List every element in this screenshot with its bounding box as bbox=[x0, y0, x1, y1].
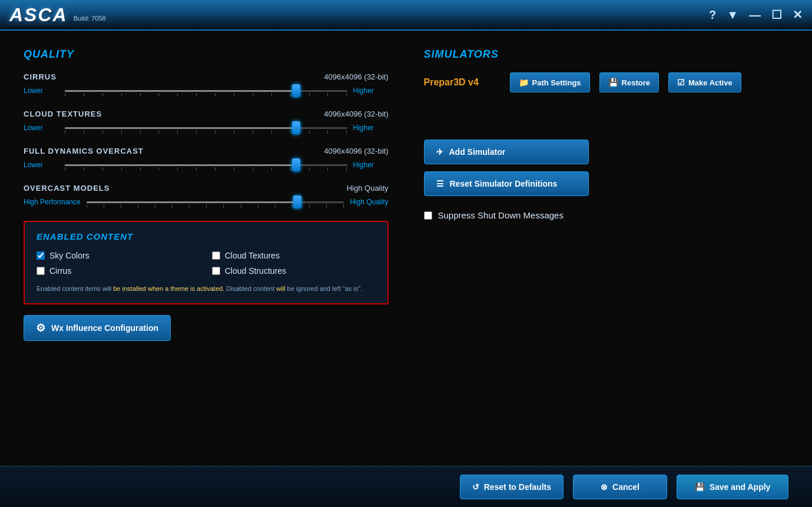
close-button[interactable]: ✕ bbox=[793, 8, 803, 22]
slider-thumb-full_dynamics[interactable] bbox=[292, 158, 300, 171]
slider-group-cirrus: CIRRUS 4096x4096 (32-bit) Lower Higher bbox=[24, 72, 389, 97]
slider-thumb-cirrus[interactable] bbox=[292, 84, 300, 97]
suppress-checkbox[interactable] bbox=[424, 211, 432, 220]
enabled-content-box: ENABLED CONTENT Sky Colors Cloud Texture… bbox=[24, 221, 389, 304]
slider-ticks-overcast_models bbox=[87, 204, 344, 208]
left-panel: QUALITY CIRRUS 4096x4096 (32-bit) Lower … bbox=[24, 48, 389, 448]
slider-label-full_dynamics: FULL DYNAMICS OVERCAST bbox=[24, 147, 144, 155]
slider-value-cloud_textures: 4096x4096 (32-bit) bbox=[324, 110, 388, 118]
slider-group-overcast_models: OVERCAST MODELS High Quality High Perfor… bbox=[24, 184, 389, 208]
wx-influence-button[interactable]: ⚙ Wx Influence Configuration bbox=[24, 315, 171, 341]
slider-thumb-overcast_models[interactable] bbox=[293, 195, 301, 208]
restore-button[interactable]: 💾 Restore bbox=[599, 72, 659, 92]
cancel-button[interactable]: ⊗ Cancel bbox=[573, 475, 667, 499]
quality-title: QUALITY bbox=[24, 48, 389, 61]
slider-container-cloud_textures[interactable] bbox=[65, 122, 347, 134]
slider-thumb-cloud_textures[interactable] bbox=[292, 121, 300, 134]
reset-defaults-button[interactable]: ↺ Reset to Defaults bbox=[460, 475, 564, 499]
path-settings-button[interactable]: 📁 Path Settings bbox=[510, 72, 590, 92]
checkbox-item-cirrus_cb: Cirrus bbox=[37, 266, 200, 276]
slider-left-label-cirrus: Lower bbox=[24, 87, 59, 95]
minimize-button[interactable]: — bbox=[749, 8, 761, 22]
sliders-container: CIRRUS 4096x4096 (32-bit) Lower Higher C… bbox=[24, 72, 389, 208]
reset-icon: ↺ bbox=[472, 482, 479, 492]
checkbox-label-cloud_textures_cb: Cloud Textures bbox=[225, 251, 280, 260]
checkbox-label-cloud_structures: Cloud Structures bbox=[225, 266, 286, 276]
checkbox-cirrus_cb[interactable] bbox=[37, 267, 45, 275]
checkbox-cloud_textures_cb[interactable] bbox=[212, 251, 220, 260]
dropdown-button[interactable]: ▼ bbox=[727, 8, 738, 22]
make-active-label: Make Active bbox=[688, 78, 733, 87]
help-button[interactable]: ? bbox=[709, 8, 716, 22]
slider-container-overcast_models[interactable] bbox=[87, 196, 344, 208]
slider-value-full_dynamics: 4096x4096 (32-bit) bbox=[324, 147, 388, 155]
slider-track-row-full_dynamics: Lower Higher bbox=[24, 159, 389, 171]
reset-definitions-button[interactable]: ☰ Reset Simulator Definitions bbox=[424, 171, 589, 196]
window-controls: ? ▼ — ☐ ✕ bbox=[709, 8, 803, 22]
note-part1: Enabled content items will bbox=[37, 285, 113, 292]
slider-label-overcast_models: OVERCAST MODELS bbox=[24, 184, 110, 193]
slider-value-cirrus: 4096x4096 (32-bit) bbox=[324, 72, 388, 81]
titlebar: ASCA Build: 7058 ? ▼ — ☐ ✕ bbox=[0, 0, 812, 31]
checkbox-item-cloud_textures_cb: Cloud Textures bbox=[212, 251, 376, 260]
slider-track-row-cloud_textures: Lower Higher bbox=[24, 122, 389, 134]
slider-track-row-overcast_models: High Performance High Quality bbox=[24, 196, 389, 208]
save-apply-label: Save and Apply bbox=[710, 482, 771, 492]
note-highlight2: will bbox=[276, 285, 285, 292]
check-icon: ☑ bbox=[677, 78, 685, 87]
restore-label: Restore bbox=[622, 78, 650, 87]
slider-container-cirrus[interactable] bbox=[65, 85, 347, 97]
slider-right-label-overcast_models: High Quality bbox=[350, 198, 388, 206]
make-active-button[interactable]: ☑ Make Active bbox=[668, 72, 741, 92]
reset-definitions-label: Reset Simulator Definitions bbox=[450, 179, 558, 188]
restore-icon: 💾 bbox=[608, 78, 618, 87]
folder-icon: 📁 bbox=[519, 78, 529, 87]
simulators-title: SIMULATORS bbox=[424, 48, 789, 61]
enabled-content-note: Enabled content items will be installed … bbox=[37, 284, 376, 294]
sim-actions: ✈ Add Simulator ☰ Reset Simulator Defini… bbox=[424, 140, 789, 196]
maximize-button[interactable]: ☐ bbox=[771, 8, 782, 22]
main-content: QUALITY CIRRUS 4096x4096 (32-bit) Lower … bbox=[0, 31, 812, 466]
slider-right-label-cirrus: Higher bbox=[353, 87, 389, 95]
slider-ticks-cloud_textures bbox=[65, 130, 347, 134]
checkbox-grid: Sky Colors Cloud Textures Cirrus Cloud S… bbox=[37, 251, 376, 276]
sim-entry: Prepar3D v4 📁 Path Settings 💾 Restore ☑ … bbox=[424, 72, 789, 92]
slider-right-label-cloud_textures: Higher bbox=[353, 124, 389, 132]
slider-left-label-overcast_models: High Performance bbox=[24, 198, 81, 206]
slider-left-label-full_dynamics: Lower bbox=[24, 161, 59, 169]
slider-ticks-cirrus bbox=[65, 93, 347, 97]
cancel-label: Cancel bbox=[612, 482, 639, 492]
checkbox-cloud_structures[interactable] bbox=[212, 267, 220, 275]
slider-track-overcast_models bbox=[87, 201, 344, 203]
footer: ↺ Reset to Defaults ⊗ Cancel 💾 Save and … bbox=[0, 466, 812, 507]
right-panel: SIMULATORS Prepar3D v4 📁 Path Settings 💾… bbox=[424, 48, 789, 448]
slider-label-row-full_dynamics: FULL DYNAMICS OVERCAST 4096x4096 (32-bit… bbox=[24, 147, 389, 155]
cancel-icon: ⊗ bbox=[601, 482, 608, 492]
slider-value-overcast_models: High Quality bbox=[347, 184, 389, 193]
gear-icon: ⚙ bbox=[36, 322, 45, 334]
wx-button-label: Wx Influence Configuration bbox=[51, 323, 158, 333]
checkbox-label-cirrus_cb: Cirrus bbox=[49, 266, 71, 276]
note-highlight1: be installed when a theme is activated. bbox=[113, 285, 224, 292]
checkbox-item-cloud_structures: Cloud Structures bbox=[212, 266, 376, 276]
save-apply-button[interactable]: 💾 Save and Apply bbox=[677, 475, 788, 499]
save-icon: 💾 bbox=[695, 482, 705, 492]
slider-track-cloud_textures bbox=[65, 127, 347, 129]
path-settings-label: Path Settings bbox=[532, 78, 581, 87]
plane-icon: ✈ bbox=[436, 147, 443, 157]
slider-track-cirrus bbox=[65, 90, 347, 92]
note-part3: be ignored and left "as is". bbox=[286, 285, 363, 292]
slider-group-cloud_textures: CLOUD TEXTURES 4096x4096 (32-bit) Lower … bbox=[24, 110, 389, 134]
slider-track-full_dynamics bbox=[65, 164, 347, 166]
checkbox-label-sky_colors: Sky Colors bbox=[49, 251, 90, 260]
slider-label-row-cloud_textures: CLOUD TEXTURES 4096x4096 (32-bit) bbox=[24, 110, 389, 118]
slider-left-label-cloud_textures: Lower bbox=[24, 124, 59, 132]
note-part2: Disabled content bbox=[224, 285, 276, 292]
slider-container-full_dynamics[interactable] bbox=[65, 159, 347, 171]
add-simulator-label: Add Simulator bbox=[449, 147, 506, 157]
enabled-content-title: ENABLED CONTENT bbox=[37, 231, 376, 241]
slider-label-cirrus: CIRRUS bbox=[24, 72, 57, 81]
add-simulator-button[interactable]: ✈ Add Simulator bbox=[424, 140, 589, 164]
checkbox-sky_colors[interactable] bbox=[37, 251, 45, 260]
slider-label-row-cirrus: CIRRUS 4096x4096 (32-bit) bbox=[24, 72, 389, 81]
